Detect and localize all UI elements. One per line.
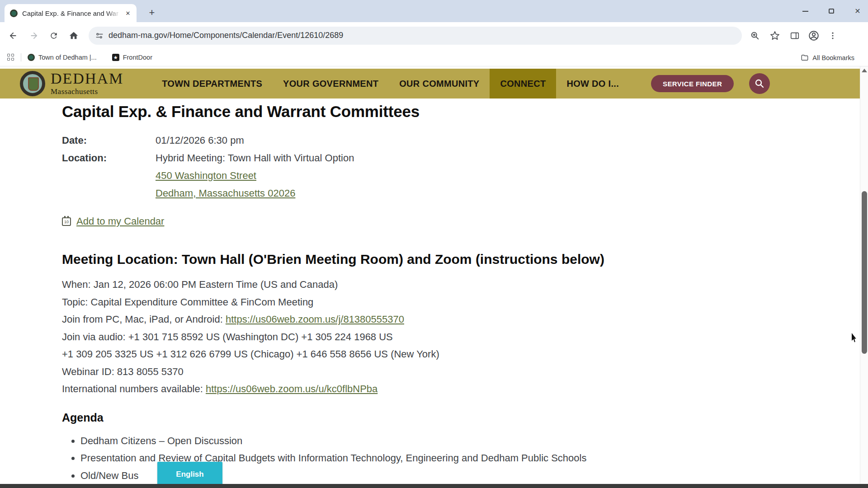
- maximize-button[interactable]: [827, 7, 835, 15]
- intl-prefix: International numbers available:: [62, 383, 206, 394]
- forward-button[interactable]: [25, 27, 42, 44]
- page-scrollbar[interactable]: [860, 66, 868, 488]
- audio-line-2: +1 309 205 3325 US +1 312 626 6799 US (C…: [62, 346, 794, 363]
- nav-town-departments[interactable]: TOWN DEPARTMENTS: [151, 69, 273, 99]
- close-icon: ✕: [854, 8, 860, 15]
- logo-title: DEDHAM: [51, 71, 123, 86]
- nav-how-do-i[interactable]: HOW DO I...: [556, 69, 629, 99]
- address-bar[interactable]: dedham-ma.gov/Home/Components/Calendar/E…: [89, 27, 742, 45]
- scrollbar-thumb[interactable]: [862, 191, 867, 354]
- join-prefix: Join from PC, Mac, iPad, or Android:: [62, 314, 226, 325]
- audio-line-1: Join via audio: +1 301 715 8592 US (Wash…: [62, 328, 794, 346]
- location-value: Hybrid Meeting: Town Hall with Virtual O…: [156, 149, 794, 167]
- address-city-link[interactable]: Dedham, Massachusetts 02026: [156, 188, 295, 199]
- forward-arrow-icon: [29, 31, 39, 41]
- home-icon: [69, 31, 79, 41]
- folder-icon: [801, 54, 809, 62]
- nav-your-government[interactable]: YOUR GOVERNMENT: [273, 69, 389, 99]
- maximize-icon: [829, 9, 834, 14]
- service-finder-button[interactable]: SERVICE FINDER: [651, 75, 734, 92]
- topic-line: Topic: Capital Expenditure Committee & F…: [62, 294, 794, 311]
- window-controls: ✕: [801, 0, 862, 22]
- location-label: Location:: [62, 149, 156, 167]
- bookmark-frontdoor[interactable]: ★ FrontDoor: [112, 54, 152, 61]
- webinar-id-line: Webinar ID: 813 8055 5370: [62, 363, 794, 381]
- dedham-favicon-icon: [28, 54, 35, 61]
- toolbar-right-icons: [746, 27, 841, 44]
- minimize-button[interactable]: [801, 7, 809, 15]
- meeting-details: When: Jan 12, 2026 06:00 PM Eastern Time…: [62, 276, 794, 398]
- home-button[interactable]: [65, 27, 82, 44]
- mouse-cursor: [852, 333, 859, 343]
- browser-tab[interactable]: Capital Exp. & Finance and War ✕: [5, 4, 137, 22]
- minimize-icon: [802, 11, 808, 12]
- main-navigation: TOWN DEPARTMENTS YOUR GOVERNMENT OUR COM…: [151, 69, 629, 99]
- date-label: Date:: [62, 131, 156, 149]
- google-translate-button[interactable]: English: [157, 462, 222, 487]
- site-settings-icon[interactable]: [95, 31, 104, 40]
- site-logo[interactable]: DEDHAM Massachusetts: [20, 69, 123, 99]
- zoom-magnifier-icon: [750, 31, 760, 41]
- profile-button[interactable]: [806, 28, 821, 43]
- frontdoor-favicon-icon: ★: [112, 54, 119, 61]
- site-header: DEDHAM Massachusetts TOWN DEPARTMENTS YO…: [0, 69, 860, 99]
- page-title: Capital Exp. & Finance and Warrant Commi…: [62, 102, 794, 122]
- browser-toolbar: dedham-ma.gov/Home/Components/Calendar/E…: [0, 22, 868, 49]
- calendar-icon: 10: [62, 217, 71, 226]
- logo-subtitle: Massachusetts: [51, 87, 123, 96]
- side-panel-icon: [790, 31, 800, 41]
- bookmark-star-button[interactable]: [766, 27, 783, 44]
- date-value: 01/12/2026 6:30 pm: [156, 131, 794, 149]
- bookmark-label: FrontDoor: [123, 54, 152, 61]
- bottom-edge-bar: [0, 484, 868, 488]
- search-icon: [754, 78, 765, 89]
- all-bookmarks-button[interactable]: All Bookmarks: [801, 49, 854, 66]
- bookmarks-bar: Town of Dedham |... ★ FrontDoor All Book…: [0, 49, 868, 66]
- zoom-join-link[interactable]: https://us06web.zoom.us/j/81380555370: [226, 314, 404, 325]
- meeting-location-heading: Meeting Location: Town Hall (O'Brien Mee…: [62, 250, 794, 269]
- agenda-heading: Agenda: [62, 410, 794, 425]
- scrollbar-up-arrow-icon[interactable]: [862, 69, 867, 72]
- side-panel-button[interactable]: [786, 27, 803, 44]
- avatar-icon: [808, 30, 820, 42]
- add-to-calendar-link[interactable]: Add to my Calendar: [76, 216, 164, 227]
- apps-grid-icon[interactable]: [7, 54, 14, 61]
- back-arrow-icon: [8, 31, 18, 41]
- star-icon: [770, 31, 780, 41]
- bookmark-label: Town of Dedham |...: [38, 54, 97, 61]
- intl-line: International numbers available: https:/…: [62, 380, 794, 398]
- when-line: When: Jan 12, 2026 06:00 PM Eastern Time…: [62, 276, 794, 294]
- reload-icon: [49, 31, 58, 40]
- all-bookmarks-label: All Bookmarks: [812, 54, 854, 61]
- agenda-item: Dedham Citizens – Open Discussion: [80, 432, 794, 450]
- back-button[interactable]: [5, 27, 22, 44]
- event-detail-page: Capital Exp. & Finance and Warrant Commi…: [62, 102, 794, 484]
- close-window-button[interactable]: ✕: [854, 7, 862, 15]
- bookmark-town-of-dedham[interactable]: Town of Dedham |...: [28, 54, 97, 61]
- tab-strip: Capital Exp. & Finance and War ✕ + ✕: [0, 0, 868, 22]
- address-street-link[interactable]: 450 Washington Street: [156, 170, 256, 181]
- menu-button[interactable]: [824, 27, 841, 44]
- tab-close-icon[interactable]: ✕: [124, 9, 132, 17]
- divider: [21, 53, 21, 61]
- tab-favicon-icon: [10, 9, 18, 17]
- add-to-calendar[interactable]: 10 Add to my Calendar: [62, 215, 794, 228]
- intl-numbers-link[interactable]: https://us06web.zoom.us/u/kc0flbNPba: [206, 383, 377, 394]
- town-seal-icon: [20, 71, 45, 96]
- kebab-menu-icon: [828, 31, 837, 40]
- tab-title: Capital Exp. & Finance and War: [22, 9, 121, 17]
- join-line: Join from PC, Mac, iPad, or Android: htt…: [62, 311, 794, 328]
- event-meta: Date: 01/12/2026 6:30 pm Location: Hybri…: [62, 131, 794, 202]
- new-tab-button[interactable]: +: [146, 6, 158, 19]
- search-button[interactable]: [749, 73, 770, 94]
- nav-connect[interactable]: CONNECT: [490, 69, 556, 99]
- nav-our-community[interactable]: OUR COMMUNITY: [389, 69, 490, 99]
- reload-button[interactable]: [45, 27, 62, 44]
- zoom-button[interactable]: [746, 27, 764, 44]
- url-text: dedham-ma.gov/Home/Components/Calendar/E…: [108, 31, 343, 40]
